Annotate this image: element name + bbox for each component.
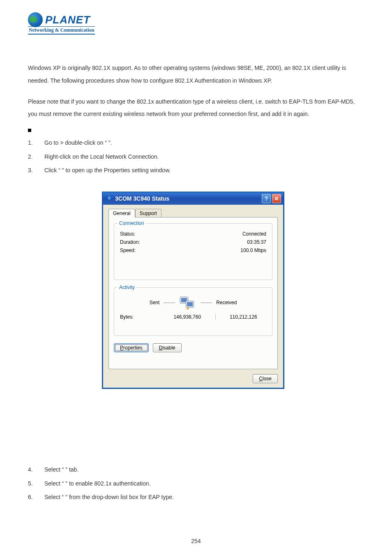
duration-label: Duration: [120,239,140,245]
step-3-a: Click “ [44,167,60,173]
tab-panel: Connection Status:Connected Duration:03:… [108,217,278,369]
line-left-icon [164,303,175,303]
properties-mnemonic: P [120,345,123,351]
step-5-b: ” to enable 802.1x authentication. [65,480,150,487]
intro-paragraph-1: Windows XP is originally 802.1X support.… [28,62,364,87]
tab-support[interactable]: Support [135,209,161,217]
properties-rest: roperties [123,345,143,351]
dialog-tabs: General Support [108,209,278,217]
status-value: Connected [242,231,266,237]
properties-button[interactable]: Properties [114,343,149,352]
sent-label: Sent [150,300,160,305]
globe-icon [28,12,43,27]
status-dialog: 3COM 3C940 Status ? ✕ General Support Co… [102,192,284,389]
help-icon: ? [265,195,268,202]
disable-rest: isable [162,345,175,351]
dialog-titlebar[interactable]: 3COM 3C940 Status ? ✕ [103,192,284,205]
speed-value: 100.0 Mbps [240,247,266,253]
separator-icon [215,314,216,320]
group-connection-legend: Connection [118,220,146,226]
section-bullet [28,129,364,132]
down-arrow-icon [106,195,113,202]
brand-tagline: Networking & Communication [28,26,95,35]
step-6-b: ” from the drop-down list box for EAP ty… [65,494,174,500]
tab-general[interactable]: General [108,209,135,217]
step-2: Right-click on the Local Network Connect… [28,150,364,164]
step-1-c: double-click on “ [65,139,107,146]
step-2-text: Right-click on the Local Network Connect… [44,150,159,164]
close-mnemonic: C [259,376,263,382]
step-5: Select “ ” to enable 802.1x authenticati… [28,477,364,491]
step-5-a: Select “ [44,480,64,487]
received-label: Received [216,300,237,305]
duration-value: 03:35:37 [247,239,266,245]
step-3-b: ” to open up the Properties setting wind… [62,167,171,173]
group-activity: Activity Sent [114,287,272,336]
step-4-b: ” tab. [65,466,78,473]
step-6: Select “ ” from the drop-down list box f… [28,490,364,504]
square-bullet-icon [28,129,31,132]
group-connection: Connection Status:Connected Duration:03:… [114,223,272,280]
group-activity-legend: Activity [118,284,136,290]
svg-rect-1 [109,196,110,198]
tab-support-label: Support [140,210,157,216]
disable-button[interactable]: Disable [153,343,182,352]
close-icon: ✕ [274,195,279,202]
line-right-icon [201,303,212,303]
svg-marker-0 [107,197,111,200]
tab-general-label: General [113,210,131,216]
bytes-label: Bytes: [120,314,159,320]
dialog-title: 3COM 3C940 Status [115,195,262,202]
status-label: Status: [120,231,135,237]
help-button[interactable]: ? [262,194,271,203]
computers-icon [179,295,196,310]
brand-name: PLANET [45,14,90,26]
step-1-b: > [60,139,65,146]
step-6-a: Select “ [44,494,64,500]
svg-rect-5 [187,302,193,306]
intro-paragraph-2: Please note that if you want to change t… [28,95,364,121]
close-rest: lose [263,376,272,382]
step-4-a: Select “ [44,466,64,473]
step-1: Go to > double-click on “ ”. [28,136,364,150]
close-button[interactable]: ✕ [272,194,281,203]
brand-logo: PLANET Networking & Communication [28,12,95,35]
svg-point-6 [187,307,189,310]
bytes-received-value: 110,212,126 [221,314,267,320]
bytes-sent-value: 146,938,760 [164,314,210,320]
step-4: Select “ ” tab. [28,463,364,477]
step-1-d: ”. [108,139,112,146]
close-dialog-button[interactable]: Close [253,374,278,383]
step-3: Click “ ” to open up the Properties sett… [28,164,364,178]
step-1-a: Go to [44,139,60,146]
page-number: 254 [0,538,392,544]
speed-label: Speed: [120,247,136,253]
